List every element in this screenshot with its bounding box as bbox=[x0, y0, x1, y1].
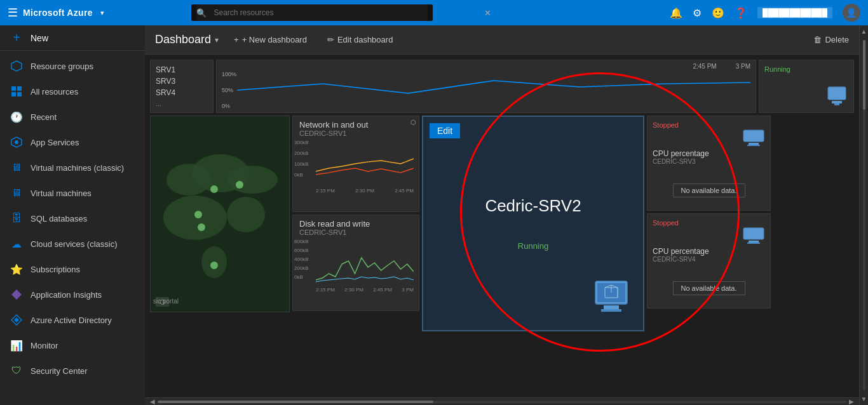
new-dashboard-button[interactable]: + + New dashboard bbox=[229, 32, 312, 47]
new-icon: + bbox=[10, 32, 23, 44]
y-label-200: 200kB bbox=[294, 150, 309, 156]
v-scroll-up-button[interactable]: ▲ bbox=[861, 25, 867, 37]
username-display[interactable]: ████████████ bbox=[757, 7, 832, 18]
v-scrollbar-track[interactable] bbox=[863, 40, 865, 390]
sidebar-item-recent[interactable]: 🕐 Recent bbox=[0, 104, 145, 129]
h-scrollbar-thumb[interactable] bbox=[158, 401, 433, 403]
network-x-label-230: 2:30 PM bbox=[355, 188, 374, 194]
disk-x-label-245: 2:45 PM bbox=[373, 287, 392, 293]
sidebar-item-security-center[interactable]: 🛡 Security Center bbox=[0, 358, 145, 383]
cedric-srv2-computer-svg bbox=[592, 280, 630, 315]
cpu-tile-srv4[interactable]: Stopped CPU percentage CEDRIC-SRV4 bbox=[647, 213, 771, 309]
network-chart-area: 300kB 200kB 100kB 0kB bbox=[293, 138, 419, 208]
v-scroll-down-button[interactable]: ▼ bbox=[861, 393, 867, 405]
app-insights-icon bbox=[10, 288, 23, 301]
y-label-400: 400kB bbox=[294, 256, 309, 262]
sidebar-item-subscriptions[interactable]: ⭐ Subscriptions bbox=[0, 256, 145, 282]
disk-x-label-215: 2:15 PM bbox=[316, 287, 335, 293]
svg-point-18 bbox=[227, 197, 265, 232]
svg-rect-34 bbox=[604, 305, 619, 309]
sidebar-item-label: New bbox=[31, 33, 48, 43]
cpu-tiles-container: Stopped CPU percentage CEDRIC-SRV3 bbox=[647, 116, 771, 331]
network-chart-tile[interactable]: Network in and out CEDRIC-SRV1 300kB 200… bbox=[292, 116, 419, 212]
cpu-tile-sub-srv4: CEDRIC-SRV4 bbox=[653, 256, 765, 263]
cpu-tile-title-srv4: CPU percentage bbox=[653, 247, 765, 256]
v-scrollbar-thumb[interactable] bbox=[863, 40, 865, 110]
disk-x-label-3: 3 PM bbox=[402, 287, 414, 293]
search-clear-icon[interactable]: ✕ bbox=[484, 8, 491, 18]
srv4-stopped-status: Stopped bbox=[653, 219, 765, 227]
y-label-800: 800kB bbox=[294, 239, 309, 244]
search-input[interactable] bbox=[196, 4, 428, 21]
svg-point-23 bbox=[198, 223, 205, 231]
cloud-services-icon: ☁ bbox=[10, 237, 23, 250]
azure-logo: Microsoft Azure bbox=[23, 8, 93, 18]
edit-overlay-label: Edit bbox=[437, 126, 452, 136]
cedric-srv2-status: Running bbox=[518, 241, 548, 251]
azure-caret[interactable]: ▾ bbox=[100, 9, 104, 17]
cpu-tile-srv3[interactable]: Stopped CPU percentage CEDRIC-SRV3 bbox=[647, 116, 771, 211]
disk-chart-svg bbox=[316, 239, 414, 283]
new-dashboard-label: + New dashboard bbox=[242, 35, 307, 44]
edit-overlay-button[interactable]: Edit bbox=[430, 123, 460, 138]
sidebar-item-label: Security Center bbox=[31, 366, 88, 376]
sidebar-item-sql[interactable]: 🗄 SQL databases bbox=[0, 206, 145, 231]
map-tile[interactable]: sic portal ⬡ bbox=[150, 116, 290, 312]
time-label-245: 2:45 PM bbox=[693, 63, 716, 70]
sidebar-item-vm[interactable]: 🖥 Virtual machines bbox=[0, 180, 145, 206]
user-avatar[interactable]: 👤 bbox=[843, 4, 860, 22]
cedric-srv1-tile[interactable]: Running bbox=[759, 60, 854, 113]
help-icon[interactable]: ❓ bbox=[735, 7, 747, 19]
dashboard-caret-icon[interactable]: ▾ bbox=[215, 36, 219, 44]
feedback-icon[interactable]: 🙂 bbox=[712, 7, 724, 19]
hamburger-menu[interactable]: ☰ bbox=[8, 6, 18, 20]
srv3-vm-icon bbox=[742, 129, 765, 147]
delete-icon: 🗑 bbox=[813, 35, 822, 44]
sidebar-item-label: SQL databases bbox=[31, 214, 87, 223]
delete-button[interactable]: 🗑 Delete bbox=[813, 35, 849, 44]
search-icon: 🔍 bbox=[196, 8, 207, 18]
cedric-srv2-title: Cedric-SRV2 bbox=[485, 196, 581, 216]
sidebar-item-new[interactable]: + New bbox=[0, 25, 145, 51]
network-chart-expand[interactable]: ⬡ bbox=[410, 119, 416, 126]
y-label-600: 600kB bbox=[294, 248, 309, 253]
settings-icon[interactable]: ⚙ bbox=[693, 7, 702, 19]
sidebar-item-vm-classic[interactable]: 🖥 Virtual machines (classic) bbox=[0, 155, 145, 180]
sidebar-item-label: Monitor bbox=[31, 341, 58, 350]
topbar: ☰ Microsoft Azure ▾ 🔍 ✕ 🔔 ⚙ 🙂 ❓ ████████… bbox=[0, 0, 868, 25]
sidebar-item-resource-groups[interactable]: Resource groups bbox=[0, 53, 145, 79]
svg-rect-44 bbox=[747, 242, 760, 244]
sidebar-item-all-resources[interactable]: All resources bbox=[0, 79, 145, 104]
srv-more: ... bbox=[156, 98, 208, 109]
y-label-0: 0kB bbox=[294, 172, 309, 178]
sidebar-item-app-insights[interactable]: Application Insights bbox=[0, 282, 145, 307]
percentage-chart-area: 100% 50% 0% bbox=[222, 71, 750, 109]
sidebar-item-label: All resources bbox=[31, 87, 78, 96]
h-scroll-left-button[interactable]: ◀ bbox=[147, 398, 158, 405]
cpu-tile-sub-srv3: CEDRIC-SRV3 bbox=[653, 158, 765, 165]
edit-dashboard-button[interactable]: ✏ Edit dashboard bbox=[322, 32, 398, 47]
disk-chart-title: Disk read and write bbox=[299, 219, 412, 229]
srv3-item: SRV3 bbox=[156, 76, 208, 87]
cedric-srv2-tile[interactable]: Edit Cedric-SRV2 Running bbox=[422, 116, 644, 331]
svg-point-24 bbox=[210, 262, 218, 269]
srv-list-tile[interactable]: SRV1 SRV3 SRV4 ... bbox=[150, 60, 214, 113]
h-scrollbar-track[interactable] bbox=[158, 401, 846, 403]
sidebar-item-app-services[interactable]: App Services bbox=[0, 129, 145, 155]
notifications-icon[interactable]: 🔔 bbox=[670, 7, 682, 19]
percentage-chart-tile[interactable]: 2:45 PM 3 PM 100% 50% 0% bbox=[216, 60, 756, 113]
sidebar-item-aad[interactable]: Azure Active Directory bbox=[0, 307, 145, 333]
svg-point-16 bbox=[227, 166, 278, 194]
disk-chart-tile[interactable]: Disk read and write CEDRIC-SRV1 800kB 60… bbox=[292, 215, 419, 311]
srv4-item: SRV4 bbox=[156, 87, 208, 98]
classic-portal-link[interactable]: ⬡ bbox=[156, 297, 169, 307]
svg-marker-7 bbox=[11, 289, 22, 300]
sidebar-item-monitor[interactable]: 📊 Monitor bbox=[0, 333, 145, 358]
resource-groups-icon bbox=[10, 60, 23, 72]
sidebar-item-label: Resource groups bbox=[31, 62, 93, 71]
h-scroll-right-button[interactable]: ▶ bbox=[846, 398, 857, 405]
sql-icon: 🗄 bbox=[10, 212, 23, 225]
svg-point-21 bbox=[236, 181, 243, 189]
aad-icon bbox=[10, 314, 23, 326]
sidebar-item-cloud-services[interactable]: ☁ Cloud services (classic) bbox=[0, 231, 145, 256]
